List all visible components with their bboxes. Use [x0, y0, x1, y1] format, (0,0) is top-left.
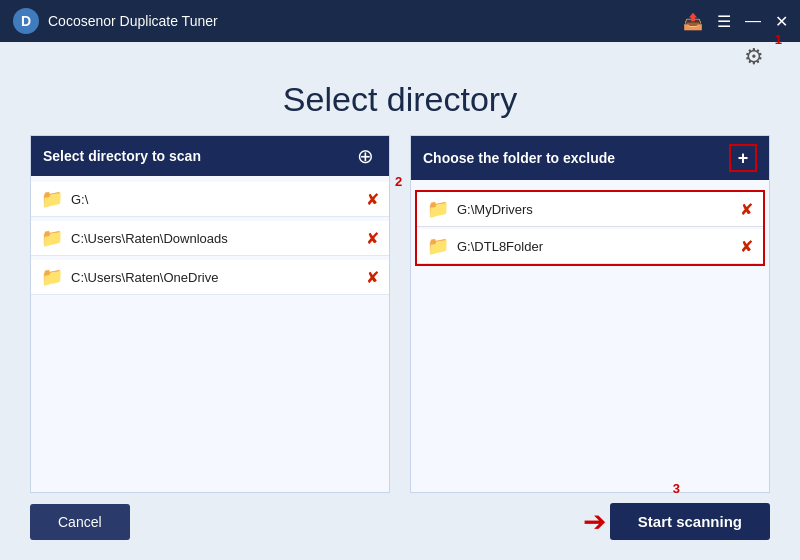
scan-panel-header: Select directory to scan ⊕: [31, 136, 389, 176]
title-bar: D Cocosenor Duplicate Tuner 📤 ☰ — ✕: [0, 0, 800, 42]
close-icon[interactable]: ✕: [775, 12, 788, 31]
remove-scan-dir-3[interactable]: ✘: [366, 268, 379, 287]
share-icon[interactable]: 📤: [683, 12, 703, 31]
folder-icon-1: 📁: [41, 188, 63, 210]
settings-button[interactable]: ⚙: [738, 42, 770, 72]
page-title: Select directory: [30, 62, 770, 135]
app-title: Cocosenor Duplicate Tuner: [48, 13, 683, 29]
add-scan-dir-button[interactable]: ⊕: [353, 144, 377, 168]
exclude-panel-header: Choose the folder to exclude +: [411, 136, 769, 180]
minimize-icon[interactable]: —: [745, 12, 761, 30]
arrow-icon: ➔: [583, 505, 606, 538]
scan-panel-body: 📁 G:\ ✘ 📁 C:\Users\Raten\Downloads ✘ 📁 C…: [31, 176, 389, 492]
remove-scan-dir-1[interactable]: ✘: [366, 190, 379, 209]
window-controls: 📤 ☰ — ✕: [683, 12, 788, 31]
exclude-dir-path-2: G:\DTL8Folder: [457, 239, 740, 254]
folder-icon-2: 📁: [41, 227, 63, 249]
scan-dir-path-2: C:\Users\Raten\Downloads: [71, 231, 366, 246]
start-scanning-button[interactable]: Start scanning: [610, 503, 770, 540]
exclude-dir-path-1: G:\MyDrivers: [457, 202, 740, 217]
bottom-bar: Cancel 3 ➔ Start scanning: [30, 493, 770, 540]
exclude-dir-item-1: 📁 G:\MyDrivers ✘: [417, 192, 763, 227]
scan-directory-panel: Select directory to scan ⊕ 📁 G:\ ✘ 📁 C:\…: [30, 135, 390, 493]
panels-container: Select directory to scan ⊕ 📁 G:\ ✘ 📁 C:\…: [30, 135, 770, 493]
app-logo: D: [12, 7, 40, 35]
svg-text:D: D: [21, 13, 31, 29]
remove-exclude-dir-1[interactable]: ✘: [740, 200, 753, 219]
scan-dir-path-1: G:\: [71, 192, 366, 207]
exclude-panel-title: Choose the folder to exclude: [423, 150, 615, 166]
exclude-dir-item-2: 📁 G:\DTL8Folder ✘: [417, 229, 763, 264]
add-scan-dir-icon: ⊕: [357, 146, 374, 166]
scan-dir-item-2: 📁 C:\Users\Raten\Downloads ✘: [31, 221, 389, 256]
annotation-1: 1: [775, 32, 782, 47]
add-exclude-dir-button[interactable]: +: [729, 144, 757, 172]
remove-scan-dir-2[interactable]: ✘: [366, 229, 379, 248]
exclude-folder-icon-2: 📁: [427, 235, 449, 257]
cancel-button[interactable]: Cancel: [30, 504, 130, 540]
main-content: ⚙ 1 Select directory Select directory to…: [0, 42, 800, 560]
exclude-directory-panel: Choose the folder to exclude + 2 📁 G:\My…: [410, 135, 770, 493]
remove-exclude-dir-2[interactable]: ✘: [740, 237, 753, 256]
scan-dir-item-1: 📁 G:\ ✘: [31, 182, 389, 217]
settings-area: ⚙ 1: [738, 42, 770, 72]
menu-icon[interactable]: ☰: [717, 12, 731, 31]
exclude-panel-body: 📁 G:\MyDrivers ✘ 📁 G:\DTL8Folder ✘: [411, 180, 769, 492]
add-exclude-dir-icon: +: [738, 148, 749, 169]
annotation-2: 2: [395, 174, 402, 189]
scan-panel-title: Select directory to scan: [43, 148, 201, 164]
start-scan-area: 3 ➔ Start scanning: [583, 503, 770, 540]
exclude-folder-icon-1: 📁: [427, 198, 449, 220]
exclude-items-highlight: 📁 G:\MyDrivers ✘ 📁 G:\DTL8Folder ✘: [415, 190, 765, 266]
scan-dir-path-3: C:\Users\Raten\OneDrive: [71, 270, 366, 285]
annotation-3: 3: [673, 481, 680, 496]
scan-dir-item-3: 📁 C:\Users\Raten\OneDrive ✘: [31, 260, 389, 295]
folder-icon-3: 📁: [41, 266, 63, 288]
